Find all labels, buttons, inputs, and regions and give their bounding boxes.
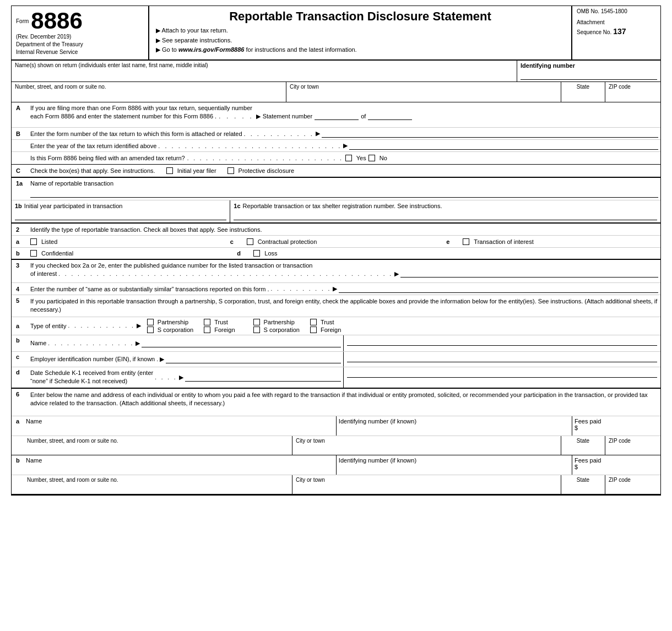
line-6b-name-input[interactable]	[26, 465, 334, 473]
line-3-input[interactable]	[400, 270, 658, 278]
line-6a-id-cell: Identifying number (if known)	[337, 416, 572, 436]
line-c-label: C	[12, 165, 28, 176]
line-6a-state: State	[561, 436, 605, 455]
line-1a-input[interactable]	[30, 189, 658, 198]
line-1a-text: Name of reportable transaction	[30, 180, 658, 187]
line-6a-city-input[interactable]	[296, 445, 557, 453]
entity-foreign1: Foreign	[204, 327, 235, 333]
line-2-row1: a Listed c Contractual protection e Tran…	[12, 236, 660, 248]
line-4-dots: . . . . . . . . . .	[270, 286, 331, 292]
line-3-dots: . . . . . . . . . . . . . . . . . . . . …	[58, 271, 393, 277]
line-1a-row: 1a Name of reportable transaction	[12, 178, 660, 200]
line-2a-content: Listed	[28, 237, 228, 247]
line-a-content: If you are filing more than one Form 888…	[28, 102, 660, 122]
line-4-label: 4	[12, 284, 28, 295]
line-6b-zip-input[interactable]	[609, 484, 657, 492]
line-6a-name-label: Name	[26, 418, 334, 425]
name-input[interactable]	[15, 70, 513, 79]
line-6a-street-input[interactable]	[27, 445, 289, 453]
line-5d-left: Date Schedule K-1 received from entity (…	[28, 367, 344, 388]
form-label: Form	[16, 18, 29, 24]
zip-cell: ZIP code	[605, 82, 660, 102]
line-2a-label: a	[12, 237, 28, 247]
foreign2-checkbox[interactable]	[310, 327, 317, 333]
id-input[interactable]	[521, 71, 657, 80]
line-6a-dollar: $	[575, 425, 658, 431]
line-b-dots2: . . . . . . . . . . . . . . . . . . . . …	[158, 143, 342, 149]
line-2-text: Identify the type of reportable transact…	[28, 225, 660, 235]
partnership2-checkbox[interactable]	[253, 319, 260, 325]
street-input[interactable]	[15, 92, 283, 100]
dept-label: Department of the Treasury	[16, 41, 83, 47]
line-2b-checkbox[interactable]	[30, 250, 37, 257]
scorp2-checkbox[interactable]	[253, 327, 260, 333]
line-6b-zip: ZIP code	[605, 475, 660, 494]
line-2-label: 2	[12, 224, 28, 235]
no-checkbox[interactable]	[368, 155, 375, 161]
line-2c-checkbox[interactable]	[247, 238, 253, 245]
line-1b-input[interactable]	[15, 211, 226, 220]
zip-input[interactable]	[609, 92, 657, 100]
line-5d-input-left[interactable]	[185, 373, 341, 382]
instruction-2: ▶ See separate instructions.	[156, 36, 565, 46]
scorp1-checkbox[interactable]	[147, 327, 154, 333]
line-2e-text: Transaction of interest	[474, 238, 533, 245]
line-5d-input-right[interactable]	[347, 369, 658, 378]
no-label: No	[380, 155, 387, 161]
line-6a-city: City or town	[292, 436, 561, 455]
trust1-checkbox[interactable]	[204, 319, 210, 325]
line-2a-checkbox[interactable]	[30, 238, 37, 245]
line-6b-state-input[interactable]	[565, 484, 601, 492]
line-a-text2: each Form 8886 and enter the statement n…	[30, 113, 216, 119]
line-2d-text: Loss	[264, 250, 277, 257]
line-5c-input-left[interactable]	[166, 355, 340, 363]
line-5c-right	[344, 352, 661, 367]
partnership1-label: Partnership	[158, 319, 188, 325]
line-a-of-input[interactable]	[368, 112, 412, 120]
entity-trust1: Trust	[204, 319, 235, 325]
line-6-text: Enter below the name and address of each…	[28, 389, 660, 410]
line-b-spacer2	[12, 156, 28, 160]
form-title: Reportable Transaction Disclosure Statem…	[156, 9, 565, 24]
protective-checkbox[interactable]	[227, 167, 234, 174]
line-4-input[interactable]	[339, 285, 658, 293]
instruction-1: ▶ Attach to your tax return.	[156, 26, 565, 36]
line-5b-input-right[interactable]	[347, 337, 658, 346]
yes-checkbox[interactable]	[345, 155, 352, 161]
line-a-stmt-input[interactable]	[315, 112, 359, 120]
line-6a-zip-input[interactable]	[609, 445, 657, 453]
line-b-content3: Is this Form 8886 being filed with an am…	[28, 153, 660, 163]
line-5c-input-right[interactable]	[347, 353, 658, 362]
line-a-of: of	[361, 113, 366, 119]
form-number-block: Form 8886 (Rev. December 2019) Departmen…	[12, 6, 149, 59]
city-input[interactable]	[290, 92, 557, 100]
foreign1-checkbox[interactable]	[204, 327, 210, 333]
line-6b-id-input[interactable]	[339, 465, 570, 473]
line-2e-checkbox[interactable]	[463, 238, 469, 245]
line-b-spacer	[12, 144, 28, 148]
line-b-input1[interactable]	[322, 130, 658, 138]
line-1c-input[interactable]	[234, 211, 657, 220]
trust2-checkbox[interactable]	[310, 319, 317, 325]
state-input[interactable]	[565, 92, 601, 100]
line-b-input2[interactable]	[349, 142, 658, 150]
line-a-text1: If you are filing more than one Form 888…	[30, 105, 658, 111]
partnership1-checkbox[interactable]	[147, 319, 154, 325]
line-6a-header-row: a Name Identifying number (if known) Fee…	[12, 416, 660, 436]
line-2e-label: e	[444, 237, 460, 247]
initial-filer-checkbox[interactable]	[166, 167, 173, 174]
line-2b-text: Confidential	[41, 250, 73, 257]
line-6a-name-cell: Name	[24, 416, 337, 436]
line-6b-street-input[interactable]	[27, 484, 289, 492]
line-6a-state-input[interactable]	[565, 445, 601, 453]
line-2d-checkbox[interactable]	[253, 250, 260, 257]
line-a-arrow: ▶	[256, 113, 261, 120]
line-6a-label: a	[12, 416, 24, 426]
line-a-label: A	[12, 102, 28, 113]
line-6a-name-input[interactable]	[26, 426, 334, 434]
line-6b-city-input[interactable]	[296, 484, 557, 492]
line-2a-text: Listed	[41, 238, 57, 245]
line-6a-id-input[interactable]	[339, 426, 570, 434]
line-5b-input-left[interactable]	[142, 339, 340, 347]
line-1b-label: 1b	[15, 203, 22, 209]
